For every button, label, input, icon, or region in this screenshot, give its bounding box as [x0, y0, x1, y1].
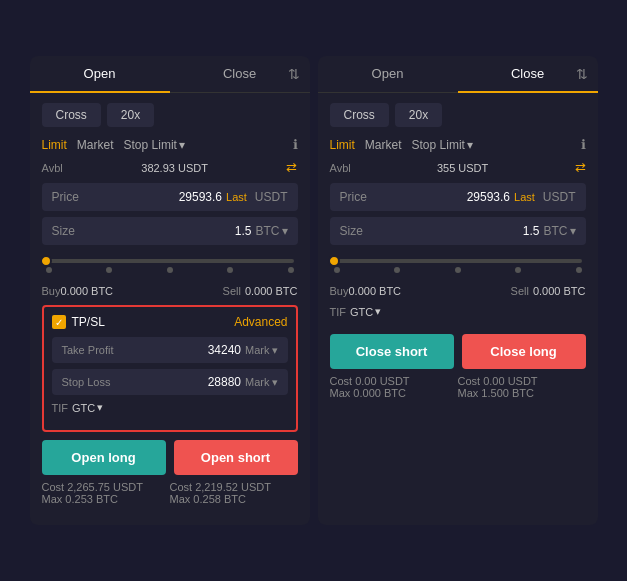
slider-container: [42, 251, 298, 281]
slider-track[interactable]: [46, 259, 294, 263]
cross-button[interactable]: Cross: [42, 103, 101, 127]
right-price-value: 29593.6: [380, 190, 511, 204]
left-tab-bar: Open Close ⇅: [30, 56, 310, 93]
right-cross-leverage-row: Cross 20x: [330, 103, 586, 127]
right-last-label: Last: [514, 191, 535, 203]
right-size-currency-dropdown[interactable]: BTC ▾: [544, 224, 576, 238]
close-long-button[interactable]: Close long: [462, 334, 586, 369]
buy-label: Buy: [42, 285, 61, 297]
left-tab-open[interactable]: Open: [30, 56, 170, 93]
right-order-type-row: Limit Market Stop Limit ▾ ℹ: [330, 137, 586, 152]
cross-leverage-row: Cross 20x: [42, 103, 298, 127]
chevron-down-icon: ▾: [272, 376, 278, 389]
tpsl-header: ✓ TP/SL Advanced: [52, 315, 288, 329]
sell-label: Sell: [223, 285, 241, 297]
right-slider-dot-50: [455, 267, 461, 273]
right-short-max-label: Max 0.000 BTC: [330, 387, 458, 399]
close-short-button[interactable]: Close short: [330, 334, 454, 369]
stop-loss-row[interactable]: Stop Loss 28880 Mark ▾: [52, 369, 288, 395]
right-leverage-button[interactable]: 20x: [395, 103, 442, 127]
short-cost-label: Cost 2,219.52 USDT: [170, 481, 298, 493]
right-slider-dot-25: [394, 267, 400, 273]
right-short-cost-label: Cost 0.00 USDT: [330, 375, 458, 387]
size-value: 1.5: [92, 224, 252, 238]
right-buy-sell-row: Buy 0.000 BTC Sell 0.000 BTC: [330, 285, 586, 297]
right-avbl-label: Avbl: [330, 162, 351, 174]
right-buy-label: Buy: [330, 285, 349, 297]
stop-loss-mark-dropdown[interactable]: Mark ▾: [245, 376, 277, 389]
right-transfer-icon[interactable]: ⇄: [575, 160, 586, 175]
take-profit-mark-dropdown[interactable]: Mark ▾: [245, 344, 277, 357]
limit-button[interactable]: Limit: [42, 138, 67, 152]
sort-icon-right[interactable]: ⇅: [576, 66, 588, 82]
long-max-label: Max 0.253 BTC: [42, 493, 170, 505]
right-sell-label: Sell: [511, 285, 529, 297]
right-info-icon[interactable]: ℹ: [581, 137, 586, 152]
open-short-button[interactable]: Open short: [174, 440, 298, 475]
right-buy-value: 0.000 BTC: [348, 285, 401, 297]
chevron-down-icon: ▾: [375, 305, 381, 318]
transfer-icon[interactable]: ⇄: [286, 160, 297, 175]
avbl-label: Avbl: [42, 162, 63, 174]
cost-row: Cost 2,265.75 USDT Max 0.253 BTC Cost 2,…: [42, 481, 298, 505]
right-cost-row: Cost 0.00 USDT Max 0.000 BTC Cost 0.00 U…: [330, 375, 586, 399]
right-limit-button[interactable]: Limit: [330, 138, 355, 152]
chevron-down-icon: ▾: [179, 138, 185, 152]
take-profit-value: 34240: [132, 343, 242, 357]
right-slider-track[interactable]: [334, 259, 582, 263]
market-button[interactable]: Market: [77, 138, 114, 152]
slider-dot-25: [106, 267, 112, 273]
stop-loss-label: Stop Loss: [62, 376, 132, 388]
right-market-button[interactable]: Market: [365, 138, 402, 152]
right-tif-label: TIF: [330, 306, 347, 318]
short-max-label: Max 0.258 BTC: [170, 493, 298, 505]
action-buttons-row: Open long Open short: [42, 440, 298, 475]
right-size-label: Size: [340, 224, 380, 238]
price-input-row[interactable]: Price 29593.6 Last USDT: [42, 183, 298, 211]
last-label: Last: [226, 191, 247, 203]
advanced-button[interactable]: Advanced: [234, 315, 287, 329]
right-slider-dot-100: [576, 267, 582, 273]
slider-dot-50: [167, 267, 173, 273]
size-label: Size: [52, 224, 92, 238]
right-slider-dot-75: [515, 267, 521, 273]
long-cost-label: Cost 2,265.75 USDT: [42, 481, 170, 493]
tpsl-checkbox[interactable]: ✓ TP/SL: [52, 315, 105, 329]
left-panel: Open Close ⇅ Cross 20x Limit Market Stop…: [30, 56, 310, 525]
checkbox-checked: ✓: [52, 315, 66, 329]
right-tab-open[interactable]: Open: [318, 56, 458, 92]
info-icon[interactable]: ℹ: [293, 137, 298, 152]
right-stop-limit-button[interactable]: Stop Limit ▾: [412, 138, 473, 152]
short-cost-col: Cost 2,219.52 USDT Max 0.258 BTC: [170, 481, 298, 505]
right-avbl-row: Avbl 355 USDT ⇄: [330, 160, 586, 175]
right-panel: Open Close ⇅ Cross 20x Limit Market Stop…: [318, 56, 598, 525]
avbl-value: 382.93 USDT: [141, 162, 208, 174]
right-long-max-label: Max 1.500 BTC: [458, 387, 586, 399]
slider-thumb[interactable]: [40, 255, 52, 267]
slider-dot-100: [288, 267, 294, 273]
tif-row: TIF GTC ▾: [52, 401, 288, 414]
buy-sell-row: Buy 0.000 BTC Sell 0.000 BTC: [42, 285, 298, 297]
size-input-row[interactable]: Size 1.5 BTC ▾: [42, 217, 298, 245]
take-profit-row[interactable]: Take Profit 34240 Mark ▾: [52, 337, 288, 363]
right-size-input-row[interactable]: Size 1.5 BTC ▾: [330, 217, 586, 245]
right-cross-button[interactable]: Cross: [330, 103, 389, 127]
order-type-row: Limit Market Stop Limit ▾ ℹ: [42, 137, 298, 152]
right-tab-bar: Open Close ⇅: [318, 56, 598, 93]
right-long-cost-col: Cost 0.00 USDT Max 1.500 BTC: [458, 375, 586, 399]
tif-label: TIF: [52, 402, 69, 414]
price-currency: USDT: [255, 190, 288, 204]
right-slider-thumb[interactable]: [328, 255, 340, 267]
right-tif-value-dropdown[interactable]: GTC ▾: [350, 305, 381, 318]
right-sell-value: 0.000 BTC: [533, 285, 586, 297]
leverage-button[interactable]: 20x: [107, 103, 154, 127]
tif-value-dropdown[interactable]: GTC ▾: [72, 401, 103, 414]
size-currency-dropdown[interactable]: BTC ▾: [256, 224, 288, 238]
open-long-button[interactable]: Open long: [42, 440, 166, 475]
chevron-down-icon: ▾: [272, 344, 278, 357]
stop-limit-button[interactable]: Stop Limit ▾: [124, 138, 185, 152]
slider-dot-75: [227, 267, 233, 273]
tpsl-label: TP/SL: [72, 315, 105, 329]
sort-icon[interactable]: ⇅: [288, 66, 300, 82]
right-price-input-row[interactable]: Price 29593.6 Last USDT: [330, 183, 586, 211]
